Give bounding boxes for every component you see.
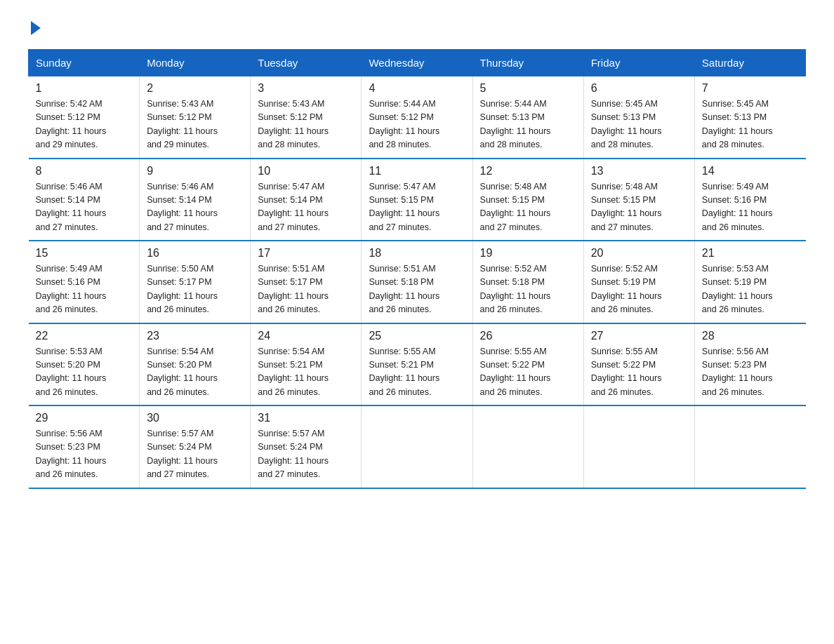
calendar-cell: 25 Sunrise: 5:55 AMSunset: 5:21 PMDaylig… bbox=[362, 323, 472, 406]
calendar-cell: 10 Sunrise: 5:47 AMSunset: 5:14 PMDaylig… bbox=[251, 159, 362, 241]
day-number: 3 bbox=[258, 82, 354, 95]
day-number: 13 bbox=[591, 165, 687, 177]
calendar-cell: 29 Sunrise: 5:56 AMSunset: 5:23 PMDaylig… bbox=[29, 405, 140, 488]
calendar-cell: 24 Sunrise: 5:54 AMSunset: 5:21 PMDaylig… bbox=[251, 323, 362, 406]
day-number: 28 bbox=[702, 330, 799, 342]
weekday-header: Sunday bbox=[29, 50, 140, 76]
logo bbox=[28, 21, 41, 35]
calendar-week-row: 29 Sunrise: 5:56 AMSunset: 5:23 PMDaylig… bbox=[29, 405, 806, 488]
day-info: Sunrise: 5:44 AMSunset: 5:12 PMDaylight:… bbox=[369, 98, 465, 152]
day-info: Sunrise: 5:55 AMSunset: 5:22 PMDaylight:… bbox=[591, 345, 687, 400]
calendar-cell: 15 Sunrise: 5:49 AMSunset: 5:16 PMDaylig… bbox=[29, 241, 140, 323]
calendar-cell: 16 Sunrise: 5:50 AMSunset: 5:17 PMDaylig… bbox=[140, 241, 251, 323]
day-info: Sunrise: 5:47 AMSunset: 5:15 PMDaylight:… bbox=[369, 180, 465, 235]
day-info: Sunrise: 5:53 AMSunset: 5:19 PMDaylight:… bbox=[702, 262, 799, 317]
day-info: Sunrise: 5:56 AMSunset: 5:23 PMDaylight:… bbox=[36, 427, 133, 482]
day-number: 25 bbox=[369, 330, 465, 342]
day-number: 26 bbox=[480, 330, 576, 342]
calendar-cell bbox=[472, 405, 583, 488]
day-number: 21 bbox=[702, 247, 799, 260]
day-info: Sunrise: 5:49 AMSunset: 5:16 PMDaylight:… bbox=[36, 262, 133, 317]
calendar-cell bbox=[583, 405, 694, 488]
day-info: Sunrise: 5:46 AMSunset: 5:14 PMDaylight:… bbox=[147, 180, 243, 235]
weekday-header-row: SundayMondayTuesdayWednesdayThursdayFrid… bbox=[29, 50, 806, 76]
calendar-cell: 14 Sunrise: 5:49 AMSunset: 5:16 PMDaylig… bbox=[694, 159, 805, 241]
day-info: Sunrise: 5:48 AMSunset: 5:15 PMDaylight:… bbox=[591, 180, 687, 235]
day-info: Sunrise: 5:51 AMSunset: 5:18 PMDaylight:… bbox=[369, 262, 465, 317]
calendar-cell: 3 Sunrise: 5:43 AMSunset: 5:12 PMDayligh… bbox=[251, 76, 362, 159]
day-info: Sunrise: 5:43 AMSunset: 5:12 PMDaylight:… bbox=[258, 98, 354, 152]
calendar-table: SundayMondayTuesdayWednesdayThursdayFrid… bbox=[28, 49, 806, 489]
day-number: 9 bbox=[147, 165, 243, 177]
calendar-cell: 21 Sunrise: 5:53 AMSunset: 5:19 PMDaylig… bbox=[694, 241, 805, 323]
calendar-cell: 11 Sunrise: 5:47 AMSunset: 5:15 PMDaylig… bbox=[362, 159, 472, 241]
day-info: Sunrise: 5:54 AMSunset: 5:20 PMDaylight:… bbox=[147, 345, 243, 400]
day-number: 24 bbox=[258, 330, 354, 342]
day-info: Sunrise: 5:47 AMSunset: 5:14 PMDaylight:… bbox=[258, 180, 354, 235]
calendar-cell: 9 Sunrise: 5:46 AMSunset: 5:14 PMDayligh… bbox=[140, 159, 251, 241]
calendar-cell: 7 Sunrise: 5:45 AMSunset: 5:13 PMDayligh… bbox=[694, 76, 805, 159]
day-number: 14 bbox=[702, 165, 799, 177]
calendar-cell: 4 Sunrise: 5:44 AMSunset: 5:12 PMDayligh… bbox=[362, 76, 472, 159]
day-info: Sunrise: 5:46 AMSunset: 5:14 PMDaylight:… bbox=[36, 180, 133, 235]
day-number: 1 bbox=[36, 82, 133, 95]
day-number: 27 bbox=[591, 330, 687, 342]
calendar-cell: 12 Sunrise: 5:48 AMSunset: 5:15 PMDaylig… bbox=[472, 159, 583, 241]
day-number: 10 bbox=[258, 165, 354, 177]
calendar-cell bbox=[362, 405, 472, 488]
day-info: Sunrise: 5:55 AMSunset: 5:21 PMDaylight:… bbox=[369, 345, 465, 400]
day-info: Sunrise: 5:48 AMSunset: 5:15 PMDaylight:… bbox=[480, 180, 576, 235]
day-number: 12 bbox=[480, 165, 576, 177]
calendar-cell: 20 Sunrise: 5:52 AMSunset: 5:19 PMDaylig… bbox=[583, 241, 694, 323]
day-info: Sunrise: 5:50 AMSunset: 5:17 PMDaylight:… bbox=[147, 262, 243, 317]
day-info: Sunrise: 5:52 AMSunset: 5:18 PMDaylight:… bbox=[480, 262, 576, 317]
day-info: Sunrise: 5:43 AMSunset: 5:12 PMDaylight:… bbox=[147, 98, 243, 152]
calendar-cell: 26 Sunrise: 5:55 AMSunset: 5:22 PMDaylig… bbox=[472, 323, 583, 406]
day-number: 18 bbox=[369, 247, 465, 260]
calendar-cell: 1 Sunrise: 5:42 AMSunset: 5:12 PMDayligh… bbox=[29, 76, 140, 159]
weekday-header: Tuesday bbox=[251, 50, 362, 76]
day-number: 11 bbox=[369, 165, 465, 177]
calendar-week-row: 8 Sunrise: 5:46 AMSunset: 5:14 PMDayligh… bbox=[29, 159, 806, 241]
calendar-cell: 27 Sunrise: 5:55 AMSunset: 5:22 PMDaylig… bbox=[583, 323, 694, 406]
calendar-cell: 28 Sunrise: 5:56 AMSunset: 5:23 PMDaylig… bbox=[694, 323, 805, 406]
day-number: 16 bbox=[147, 247, 243, 260]
day-number: 8 bbox=[36, 165, 133, 177]
day-number: 4 bbox=[369, 82, 465, 95]
day-number: 29 bbox=[36, 412, 133, 424]
day-number: 31 bbox=[258, 412, 354, 424]
day-number: 15 bbox=[36, 247, 133, 260]
day-info: Sunrise: 5:54 AMSunset: 5:21 PMDaylight:… bbox=[258, 345, 354, 400]
day-info: Sunrise: 5:52 AMSunset: 5:19 PMDaylight:… bbox=[591, 262, 687, 317]
day-info: Sunrise: 5:53 AMSunset: 5:20 PMDaylight:… bbox=[36, 345, 133, 400]
weekday-header: Wednesday bbox=[362, 50, 472, 76]
calendar-cell: 18 Sunrise: 5:51 AMSunset: 5:18 PMDaylig… bbox=[362, 241, 472, 323]
calendar-week-row: 1 Sunrise: 5:42 AMSunset: 5:12 PMDayligh… bbox=[29, 76, 806, 159]
day-number: 20 bbox=[591, 247, 687, 260]
calendar-cell: 17 Sunrise: 5:51 AMSunset: 5:17 PMDaylig… bbox=[251, 241, 362, 323]
day-info: Sunrise: 5:55 AMSunset: 5:22 PMDaylight:… bbox=[480, 345, 576, 400]
day-number: 6 bbox=[591, 82, 687, 95]
calendar-cell bbox=[694, 405, 805, 488]
day-number: 5 bbox=[480, 82, 576, 95]
day-number: 2 bbox=[147, 82, 243, 95]
weekday-header: Thursday bbox=[472, 50, 583, 76]
calendar-cell: 22 Sunrise: 5:53 AMSunset: 5:20 PMDaylig… bbox=[29, 323, 140, 406]
day-number: 7 bbox=[702, 82, 799, 95]
day-number: 23 bbox=[147, 330, 243, 342]
calendar-cell: 6 Sunrise: 5:45 AMSunset: 5:13 PMDayligh… bbox=[583, 76, 694, 159]
weekday-header: Monday bbox=[140, 50, 251, 76]
logo-arrow-icon bbox=[31, 21, 41, 35]
day-info: Sunrise: 5:57 AMSunset: 5:24 PMDaylight:… bbox=[147, 427, 243, 482]
day-info: Sunrise: 5:51 AMSunset: 5:17 PMDaylight:… bbox=[258, 262, 354, 317]
calendar-cell: 8 Sunrise: 5:46 AMSunset: 5:14 PMDayligh… bbox=[29, 159, 140, 241]
day-info: Sunrise: 5:42 AMSunset: 5:12 PMDaylight:… bbox=[36, 98, 133, 152]
day-number: 19 bbox=[480, 247, 576, 260]
calendar-cell: 13 Sunrise: 5:48 AMSunset: 5:15 PMDaylig… bbox=[583, 159, 694, 241]
day-number: 17 bbox=[258, 247, 354, 260]
day-info: Sunrise: 5:45 AMSunset: 5:13 PMDaylight:… bbox=[591, 98, 687, 152]
calendar-cell: 5 Sunrise: 5:44 AMSunset: 5:13 PMDayligh… bbox=[472, 76, 583, 159]
calendar-cell: 19 Sunrise: 5:52 AMSunset: 5:18 PMDaylig… bbox=[472, 241, 583, 323]
calendar-week-row: 22 Sunrise: 5:53 AMSunset: 5:20 PMDaylig… bbox=[29, 323, 806, 406]
day-info: Sunrise: 5:44 AMSunset: 5:13 PMDaylight:… bbox=[480, 98, 576, 152]
